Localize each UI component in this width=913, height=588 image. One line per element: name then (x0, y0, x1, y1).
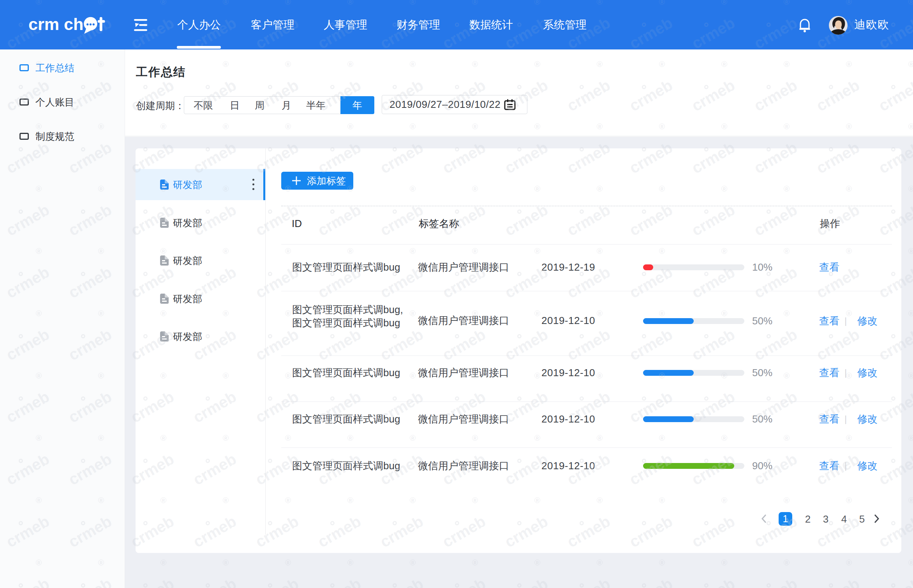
svg-text:crm ch: crm ch (28, 16, 83, 33)
